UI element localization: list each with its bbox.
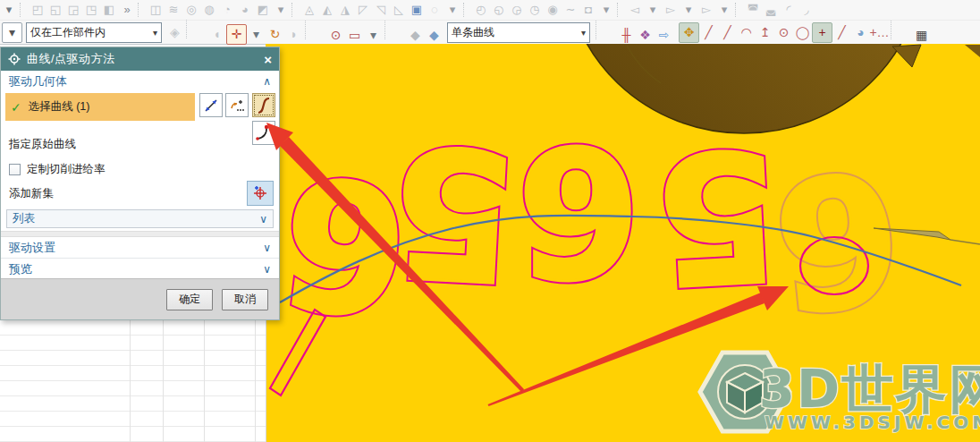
disabled-tool-icon[interactable]: ◞ xyxy=(798,2,815,18)
snap-existing-point-icon[interactable]: + xyxy=(812,22,832,43)
curve-rule-combobox[interactable]: 单条曲线 ▾ xyxy=(447,22,590,43)
active-document-icon[interactable]: ▣ xyxy=(408,2,426,18)
ok-button[interactable]: 确定 xyxy=(166,289,213,310)
disabled-tool-icon[interactable]: ◌ xyxy=(426,2,444,18)
digit-outline-selected[interactable]: 6 6 xyxy=(765,129,910,349)
disabled-tool-icon[interactable]: ◚ xyxy=(744,2,762,18)
toolbar-expand-icon[interactable]: » xyxy=(118,2,136,18)
disabled-tool-icon[interactable]: ◳ xyxy=(82,2,100,18)
snap-midpoint-icon[interactable]: ╱ xyxy=(718,23,737,42)
digit-outline[interactable]: 6 6 xyxy=(516,106,640,315)
snap-point-on-face-icon[interactable]: ◕ xyxy=(851,23,870,42)
disabled-tool-icon[interactable]: ◺ xyxy=(390,2,408,18)
custom-feed-rate-checkbox[interactable] xyxy=(9,164,21,175)
disabled-tool-icon[interactable]: ◰ xyxy=(29,2,46,18)
disabled-tool-icon[interactable]: ◍ xyxy=(200,2,218,18)
selection-scope-combobox[interactable]: 仅在工作部件内 ▾ xyxy=(26,22,162,43)
add-curve-button[interactable] xyxy=(225,93,249,117)
dropdown-caret-icon[interactable]: ▾ xyxy=(364,25,383,44)
dropdown-caret-icon[interactable]: ▾ xyxy=(597,2,615,18)
disabled-tool-icon[interactable]: ◕ xyxy=(236,2,254,18)
digit-outline[interactable]: 5 5 xyxy=(386,106,521,320)
disabled-tool-icon[interactable]: ≋ xyxy=(165,2,182,18)
disabled-tool-icon[interactable]: ∼ xyxy=(562,2,579,18)
shaded-view-icon[interactable]: ◆ xyxy=(406,25,425,44)
disabled-tool-icon[interactable]: ◩ xyxy=(254,2,272,18)
select-curve-field[interactable]: ✓ 选择曲线 (1) xyxy=(5,93,195,121)
snap-quadrant-icon[interactable]: ◯ xyxy=(793,23,812,42)
graphics-viewport[interactable]: 6 6 5 5 6 6 5 5 6 6 xyxy=(266,44,980,442)
chevron-down-icon[interactable]: ∨ xyxy=(263,263,271,276)
parallel-lines-icon[interactable]: ╫ xyxy=(617,25,636,44)
disabled-tool-icon[interactable]: ◮ xyxy=(336,2,354,18)
disabled-tool-icon[interactable]: ◘ xyxy=(579,2,597,18)
snap-intersection-icon[interactable]: ↥ xyxy=(756,23,774,42)
snap-point-on-line-icon[interactable]: ╱ xyxy=(832,23,851,42)
snap-point-toggle-icon[interactable]: ✥ xyxy=(679,22,699,43)
disabled-tool-icon[interactable]: ◉ xyxy=(544,2,562,18)
drive-geometry-section-header[interactable]: 驱动几何体 ∧ xyxy=(1,71,279,91)
disabled-tool-icon[interactable]: ◜ xyxy=(780,2,798,18)
disabled-tool-icon[interactable]: ◴ xyxy=(472,2,490,18)
forward-arrow-icon[interactable]: ⇨ xyxy=(655,25,673,44)
toolbar-separator xyxy=(617,3,624,17)
dropdown-caret-icon[interactable]: ▾ xyxy=(680,2,697,18)
disabled-tool-icon[interactable]: ◎ xyxy=(182,2,200,18)
disabled-tool-icon[interactable]: ◱ xyxy=(46,2,64,18)
cancel-button[interactable]: 取消 xyxy=(222,289,268,310)
dialog-titlebar[interactable]: 曲线/点驱动方法 × xyxy=(1,47,279,71)
grid-column-line xyxy=(255,320,256,442)
disabled-tool-icon[interactable]: ◷ xyxy=(526,2,544,18)
reverse-direction-button[interactable] xyxy=(199,93,223,117)
dropdown-caret-icon[interactable]: ▾ xyxy=(715,2,733,18)
disabled-tool-icon[interactable]: ◵ xyxy=(490,2,508,18)
preview-section-header[interactable]: 预览 ∨ xyxy=(1,259,279,280)
rectangle-select-icon[interactable]: ▭ xyxy=(345,25,364,44)
dropdown-caret-icon[interactable]: ▾ xyxy=(644,2,662,18)
type-filter-dropdown[interactable]: ▾ xyxy=(2,22,22,43)
disabled-tool-icon[interactable]: ▻ xyxy=(662,2,680,18)
disabled-tool-icon[interactable]: ◔ xyxy=(218,2,236,18)
point-on-curve-icon[interactable]: ⊙ xyxy=(326,25,345,44)
digit-outline[interactable]: 5 5 xyxy=(649,109,784,324)
spreadsheet-icon[interactable]: ▦ xyxy=(912,25,931,44)
curve-chain-icon[interactable]: ❖ xyxy=(636,25,655,44)
list-section-header[interactable]: 列表 ∨ xyxy=(6,209,274,228)
engraved-digit-outlines[interactable]: 6 6 5 5 6 6 5 5 6 6 xyxy=(270,106,910,395)
dropdown-caret-icon[interactable]: ▾ xyxy=(272,2,290,18)
disabled-tool-icon[interactable]: ◸ xyxy=(354,2,372,18)
snap-tangent-icon[interactable]: ◠ xyxy=(737,23,756,42)
chevron-down-icon[interactable]: ∨ xyxy=(259,213,267,225)
snap-endpoint-icon[interactable]: ╱ xyxy=(699,23,718,42)
dome-side-facet xyxy=(892,45,921,67)
disabled-tool-icon[interactable]: ◲ xyxy=(64,2,82,18)
disabled-tool-icon[interactable]: ▻ xyxy=(697,2,715,18)
chevron-down-icon[interactable]: ∨ xyxy=(263,242,271,254)
disabled-tool-icon[interactable]: ◛ xyxy=(762,2,780,18)
drive-settings-section-header[interactable]: 驱动设置 ∨ xyxy=(1,237,279,259)
close-icon[interactable]: × xyxy=(264,52,272,67)
dome-corner-facet xyxy=(965,45,980,57)
disabled-tool-icon[interactable]: ◬ xyxy=(300,2,318,18)
solid-body-icon[interactable]: ◆ xyxy=(425,25,444,44)
disabled-tool-icon[interactable]: ◭ xyxy=(318,2,336,18)
dropdown-caret-icon[interactable]: ▾ xyxy=(247,25,266,44)
disabled-tool-icon[interactable]: ◶ xyxy=(508,2,526,18)
add-new-set-button[interactable] xyxy=(247,181,274,206)
disabled-tool-icon[interactable]: ◫ xyxy=(147,2,165,18)
disabled-tool-icon[interactable]: ◹ xyxy=(372,2,390,18)
disabled-snap-icon[interactable]: ◗ xyxy=(284,25,303,44)
disabled-selection-tool-icon[interactable]: ◖ xyxy=(207,25,226,44)
chevron-up-icon[interactable]: ∧ xyxy=(263,75,271,88)
disabled-tool-icon[interactable]: ◅ xyxy=(626,2,644,18)
snap-construction-point-icon[interactable]: +… xyxy=(870,23,889,42)
disabled-link-icon[interactable]: ◈ xyxy=(165,23,184,42)
dropdown-caret-icon[interactable]: ▾ xyxy=(444,2,461,18)
toolbar-overflow-dropdown-icon[interactable]: ▾ xyxy=(0,2,18,18)
disabled-tool-icon[interactable]: ◧ xyxy=(100,2,118,18)
spline-drive-button[interactable] xyxy=(252,93,275,117)
original-curve-button[interactable] xyxy=(252,121,275,145)
selection-filter-icon[interactable]: ✛ xyxy=(226,24,247,45)
snap-center-icon[interactable]: ⊙ xyxy=(774,23,793,42)
orient-wcs-icon[interactable]: ↻ xyxy=(266,25,284,44)
